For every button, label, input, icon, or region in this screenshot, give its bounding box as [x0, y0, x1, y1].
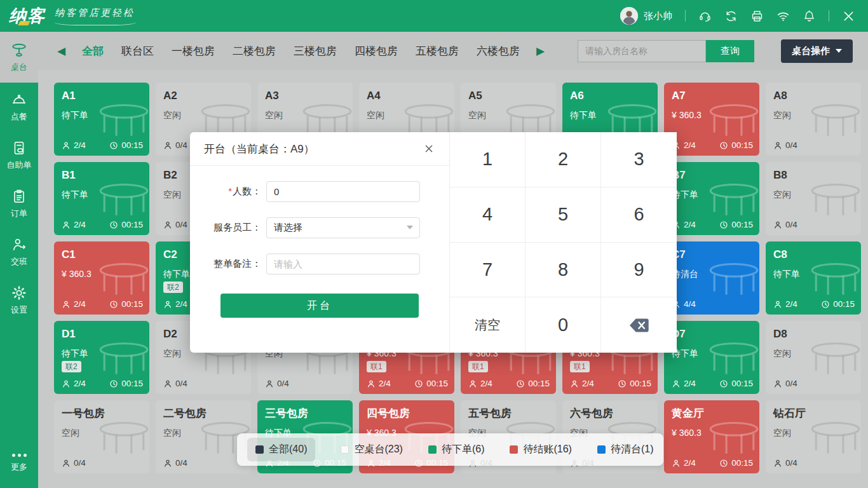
area-tab[interactable]: 联台区	[121, 44, 154, 58]
table-card[interactable]: A8 空闲 0/4	[766, 83, 861, 156]
table-card[interactable]: B8 空闲 0/4	[766, 162, 861, 235]
legend-item[interactable]: 待下单(6)	[428, 443, 485, 456]
table-card[interactable]: 钻石厅 空闲 0/4	[766, 400, 861, 473]
keypad-key-1[interactable]: 1	[450, 132, 526, 187]
table-occupancy: 0/4	[163, 379, 187, 388]
sidebar-item-label: 桌台	[11, 62, 27, 73]
sidebar-item-label: 自助单	[7, 159, 32, 171]
backspace-key[interactable]	[601, 297, 677, 353]
person-icon	[672, 379, 681, 388]
wifi-icon[interactable]	[776, 10, 790, 23]
required-mark: *	[228, 186, 232, 196]
keypad-key-7[interactable]: 7	[450, 243, 526, 298]
scroll-right-icon[interactable]: ▶	[536, 46, 545, 57]
person-icon	[773, 300, 782, 309]
table-timer: 00:15	[109, 299, 143, 309]
keypad-key-0[interactable]: 0	[526, 297, 601, 353]
table-card[interactable]: D7 待下单 2/4 00:15	[664, 321, 759, 394]
close-window-icon[interactable]	[842, 10, 855, 23]
shift-icon	[11, 236, 27, 253]
search-input[interactable]	[578, 40, 706, 62]
open-table-submit-button[interactable]: 开台	[220, 294, 419, 318]
app-window: 纳客 纳客管店更轻松 张小帅 桌台 点餐	[0, 0, 868, 488]
table-icon	[96, 179, 149, 223]
legend-color-swatch	[255, 445, 264, 454]
table-icon	[96, 99, 149, 144]
customer-service-icon[interactable]	[698, 10, 712, 23]
sidebar-nav: 桌台 点餐 自助单 订单 交班 设置	[0, 32, 38, 324]
app-header: 纳客 纳客管店更轻松 张小帅	[0, 0, 868, 32]
area-tab[interactable]: 全部	[82, 44, 104, 58]
table-card[interactable]: A7 ¥ 360.3 2/4 00:15	[664, 83, 759, 156]
keypad-key-3[interactable]: 3	[601, 132, 677, 187]
clock-icon	[719, 220, 728, 229]
table-timer: 00:15	[516, 379, 550, 388]
clock-icon	[109, 220, 118, 229]
table-card[interactable]: D1 待下单 联2 2/4 00:15	[54, 321, 149, 394]
clock-icon	[414, 379, 423, 388]
area-tab[interactable]: 六楼包房	[477, 44, 520, 58]
sidebar-item[interactable]: 订单	[0, 179, 38, 227]
keypad-key-清空[interactable]: 清空	[450, 297, 526, 353]
table-card[interactable]: B1 待下单 2/4 00:15	[54, 162, 149, 235]
table-card[interactable]: D8 空闲 0/4	[766, 321, 861, 394]
table-occupancy: 0/4	[773, 140, 797, 150]
legend-item[interactable]: 全部(40)	[247, 438, 315, 461]
keypad-key-4[interactable]: 4	[450, 187, 526, 243]
keypad-key-9[interactable]: 9	[601, 243, 677, 298]
table-card[interactable]: B7 待下单 2/4 00:15	[664, 162, 759, 235]
legend-color-swatch	[428, 445, 437, 454]
order-remark-input[interactable]	[266, 254, 420, 274]
table-icon	[706, 417, 759, 461]
table-link-badge: 联1	[570, 361, 590, 372]
table-occupancy: 2/4	[62, 220, 86, 229]
area-tab[interactable]: 五楼包房	[416, 44, 459, 58]
order-list-icon	[11, 188, 27, 205]
user-account[interactable]: 张小帅	[620, 7, 672, 25]
sidebar-item-more[interactable]: 更多	[0, 445, 38, 482]
notification-icon[interactable]	[803, 10, 816, 23]
sidebar-item[interactable]: 设置	[0, 276, 38, 324]
table-ops-button[interactable]: 桌台操作	[781, 39, 853, 63]
keypad-key-8[interactable]: 8	[526, 243, 601, 298]
sidebar-item[interactable]: 自助单	[0, 131, 38, 179]
keypad-key-5[interactable]: 5	[526, 187, 601, 243]
table-card[interactable]: C1 ¥ 360.3 2/4 00:15	[54, 241, 149, 315]
table-card[interactable]: C8 待下单 2/4 00:15	[766, 241, 861, 315]
table-timer: 00:15	[109, 379, 143, 388]
area-tab[interactable]: 三楼包房	[294, 44, 337, 58]
person-icon	[773, 141, 782, 150]
backspace-icon	[628, 316, 651, 334]
area-tab[interactable]: 一楼包房	[172, 44, 215, 58]
sidebar-item[interactable]: 交班	[0, 227, 38, 276]
dialog-close-icon[interactable]	[424, 143, 435, 154]
table-card[interactable]: 一号包房 空闲 0/4	[54, 400, 149, 473]
area-tab[interactable]: 四楼包房	[355, 44, 398, 58]
person-icon	[163, 379, 172, 388]
chevron-down-icon	[836, 49, 842, 53]
clock-icon	[618, 379, 627, 388]
header-actions: 张小帅	[620, 7, 855, 25]
printer-icon[interactable]	[750, 10, 764, 23]
table-card[interactable]: 黄金厅 ¥ 360.3 2/4 00:15	[664, 400, 759, 473]
legend-item[interactable]: 空桌台(23)	[341, 443, 402, 456]
sidebar-item[interactable]: 桌台	[0, 32, 38, 83]
user-avatar	[620, 7, 638, 25]
sidebar-item-label: 点餐	[11, 111, 27, 123]
keypad-key-6[interactable]: 6	[601, 187, 677, 243]
area-tab[interactable]: 二楼包房	[233, 44, 276, 58]
sidebar-item[interactable]: 点餐	[0, 83, 38, 131]
keypad-key-2[interactable]: 2	[526, 132, 601, 187]
staff-select[interactable]: 请选择	[266, 217, 420, 238]
table-card[interactable]: C7 待清台 4/4	[664, 241, 759, 315]
legend-item[interactable]: 待结账(16)	[510, 443, 571, 456]
table-occupancy: 0/4	[773, 379, 797, 388]
status-legend: 全部(40) 空桌台(23) 待下单(6) 待结账(16) 待清台(1)	[237, 433, 663, 466]
table-card[interactable]: A1 待下单 2/4 00:15	[54, 83, 149, 156]
search-button[interactable]: 查询	[706, 40, 754, 62]
legend-color-swatch	[597, 445, 606, 454]
sync-icon[interactable]	[724, 10, 738, 23]
legend-item[interactable]: 待清台(1)	[597, 443, 654, 456]
scroll-left-icon[interactable]: ◀	[57, 46, 65, 57]
people-count-input[interactable]	[266, 181, 420, 202]
